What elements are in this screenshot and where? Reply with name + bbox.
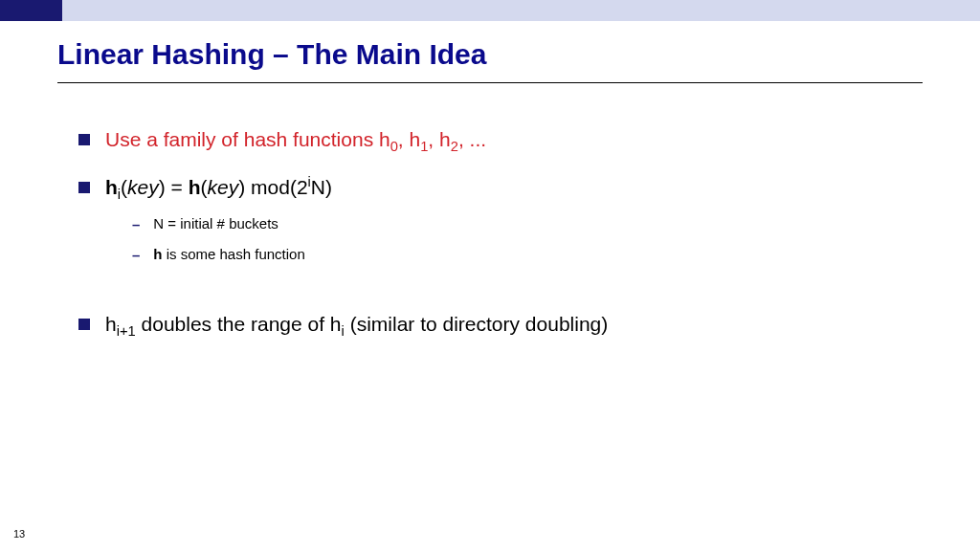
sub-text-1: N = initial # buckets xyxy=(153,215,278,231)
title-divider xyxy=(57,82,923,83)
bullet-item-1: Use a family of hash functions h0, h1, h… xyxy=(57,126,923,153)
sub-bullet-1: – N = initial # buckets xyxy=(57,215,923,232)
slide: Linear Hashing – The Main Idea Use a fam… xyxy=(0,0,980,551)
top-bar xyxy=(0,0,980,21)
sub-text-2: h is some hash function xyxy=(153,246,304,262)
bullet-item-2: hi(key) = h(key) mod(2iN) xyxy=(57,174,923,201)
bullet-text-2: hi(key) = h(key) mod(2iN) xyxy=(105,174,332,201)
slide-title: Linear Hashing – The Main Idea xyxy=(57,38,486,71)
bullet-marker-icon xyxy=(78,182,90,193)
dash-marker-icon: – xyxy=(132,216,140,232)
page-number: 13 xyxy=(13,528,25,540)
bullet-marker-icon xyxy=(78,134,90,145)
bullet-item-3: hi+1 doubles the range of hi (similar to… xyxy=(57,311,923,338)
top-accent-box xyxy=(0,0,62,21)
sub-bullet-2: – h is some hash function xyxy=(57,246,923,263)
bullet-marker-icon xyxy=(78,319,90,330)
spacer xyxy=(57,263,923,290)
dash-marker-icon: – xyxy=(132,247,140,263)
bullet-text-1: Use a family of hash functions h0, h1, h… xyxy=(105,126,486,153)
content-area: Use a family of hash functions h0, h1, h… xyxy=(57,115,923,338)
bullet-text-3: hi+1 doubles the range of hi (similar to… xyxy=(105,311,608,338)
